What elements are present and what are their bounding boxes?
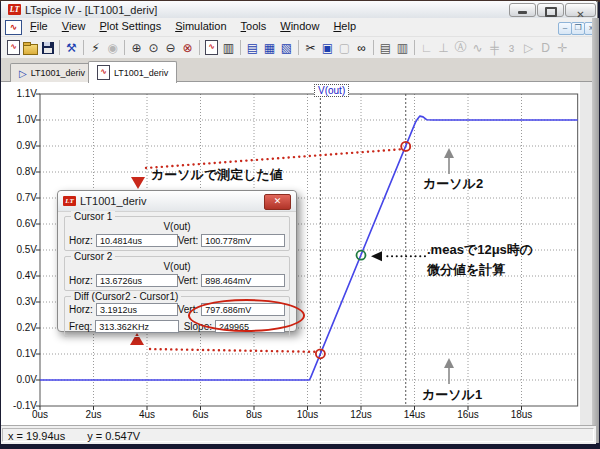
diff-heading: Diff (Cursor2 - Cursor1) [71,291,181,302]
minimize-button[interactable] [509,3,536,17]
status-y: y = 0.547V [87,430,140,442]
inductor-tool-icon: ɜ [503,39,520,56]
menu-file[interactable]: File [23,18,55,36]
menu-simulation[interactable]: Simulation [168,18,233,36]
cursor1-trace: V(out) [69,221,285,232]
open-icon[interactable] [22,39,39,56]
print-setup-icon[interactable]: ▤ [377,39,394,56]
y-tick-label: 0.0V [3,374,37,385]
y-tick-label: 0.8V [3,166,37,177]
maximize-button[interactable] [537,3,564,17]
tab-label: LT1001_deriv [31,68,85,78]
menu-window[interactable]: Window [273,18,326,36]
save-icon[interactable] [39,39,56,56]
mdi-restore-button[interactable]: ❒ [571,22,585,35]
x-tick-label: 0us [20,409,60,420]
cursor2-horz-field[interactable]: 13.6726us [96,274,178,287]
toolbar-separator [240,40,241,55]
ltspice-window: LT LTspice IV - [LT1001_deriv] ✕ ∿ FileV… [0,0,600,449]
toolbar-separator [414,40,415,55]
cursor2-trace: V(out) [69,261,285,272]
menu-items: FileViewPlot SettingsSimulationToolsWind… [23,18,363,36]
ltspice-logo-icon: LT [63,196,76,206]
freq-field[interactable]: 313.362KHz [95,320,179,333]
x-tick-label: 4us [127,409,167,420]
new-schematic-icon[interactable]: ∿ [5,39,22,56]
cursor-dialog[interactable]: LT LT1001_deriv ✕ Cursor 1 V(out) Horz: … [57,190,297,332]
copy-icon[interactable]: ▣ [319,39,336,56]
menu-help[interactable]: Help [326,18,363,36]
x-tick-label: 12us [341,409,381,420]
menu-plot-settings[interactable]: Plot Settings [92,18,168,36]
label-net-tool-icon: Ⓐ [452,39,469,56]
mdi-minimize-button[interactable]: – [558,22,572,35]
ltspice-logo-icon: LT [8,4,21,15]
x-tick-label: 18us [502,409,542,420]
print-icon[interactable]: ▥ [394,39,411,56]
y-tick-label: 0.3V [3,296,37,307]
cursor1-horz-field[interactable]: 10.4814us [96,234,178,247]
window-frame-right [592,18,599,443]
horz-label: Horz: [69,275,93,286]
diode-tool-icon: ▷ [520,39,537,56]
diff-horz-field[interactable]: 3.1912us [96,303,178,316]
move-tool-icon: ✛ [554,39,571,56]
ground-tool-icon: ⊥ [435,39,452,56]
zoom-full-icon[interactable]: ⊗ [179,39,196,56]
tab-schematic[interactable]: ▷ LT1001_deriv [10,63,94,82]
run-icon[interactable]: ⚡ [87,39,104,56]
tile-horizontal-icon[interactable]: ▤ [244,39,261,56]
y-tick-label: 0.7V [3,192,37,203]
cursor2-vert-field[interactable]: 898.464mV [201,274,285,287]
x-tick-label: 6us [181,409,221,420]
wire-tool-icon: ∟ [418,39,435,56]
waveform-window-icon: ∿ [5,20,22,35]
zoom-out-icon[interactable]: ⊖ [162,39,179,56]
status-bar: x = 19.94usy = 0.547V [1,425,596,444]
menu-tools[interactable]: Tools [234,18,274,36]
find-icon[interactable]: ∞ [353,39,370,56]
resistor-tool-icon: ∿ [469,39,486,56]
zoom-in-icon[interactable]: ⊕ [128,39,145,56]
cascade-icon[interactable]: ▧ [278,39,295,56]
autorange-waveform-icon[interactable]: ∿ [203,39,220,56]
y-tick-label: 1.1V [3,88,37,99]
tab-strip: ▷ LT1001_deriv ∿ LT1001_deriv [1,58,596,82]
cursor1-vert-field[interactable]: 100.778mV [201,234,285,247]
y-tick-label: 0.2V [3,322,37,333]
waveform-icon: ∿ [97,65,110,80]
dialog-title-bar[interactable]: LT LT1001_deriv [58,191,296,212]
window-title: LTspice IV - [LT1001_deriv] [25,4,157,16]
annotation-meas-line1: .measで12μs時の [427,241,533,259]
paste-icon: ▢ [336,39,353,56]
control-panel-icon[interactable]: ⚒ [63,39,80,56]
toolbar-separator [59,40,60,55]
cursor2-heading: Cursor 2 [71,251,115,262]
component-tool-icon: D [537,39,554,56]
menu-bar: ∿ FileViewPlot SettingsSimulationToolsWi… [1,18,596,36]
menu-view[interactable]: View [55,18,93,36]
y-tick-label: 0.1V [3,348,37,359]
cursor1-group: Cursor 1 V(out) Horz: 10.4814us Vert: 10… [64,216,290,251]
slope-highlight-ellipse [188,299,305,332]
cursor1-heading: Cursor 1 [71,211,115,222]
title-bar: LT LTspice IV - [LT1001_deriv] ✕ [1,1,596,19]
close-button[interactable]: ✕ [565,3,596,17]
dialog-close-button[interactable]: ✕ [264,194,291,210]
y-tick-label: 0.4V [3,270,37,281]
freq-label: Freq: [69,321,92,332]
toolbar-separator [373,40,374,55]
toolbar: ∿⚒⚡◉⊕⊙⊖⊗∿▥▤▦▧✂▣▢∞▤▥∟⊥Ⓐ∿╪ɜ▷D✛ [1,36,596,58]
cut-icon[interactable]: ✂ [302,39,319,56]
zoom-area-icon[interactable]: ⊙ [145,39,162,56]
y-tick-label: 0.5V [3,244,37,255]
vert-label: Vert: [178,275,199,286]
tab-waveform[interactable]: ∿ LT1001_deriv [88,61,177,83]
tile-vertical-icon[interactable]: ▦ [261,39,278,56]
halt-icon: ◉ [104,39,121,56]
x-tick-label: 2us [74,409,114,420]
trace-label-vout[interactable]: V(out) [314,84,349,97]
x-tick-label: 10us [288,409,328,420]
status-x: x = 19.94us [8,430,65,442]
spice-netlist-icon[interactable]: ▥ [220,39,237,56]
